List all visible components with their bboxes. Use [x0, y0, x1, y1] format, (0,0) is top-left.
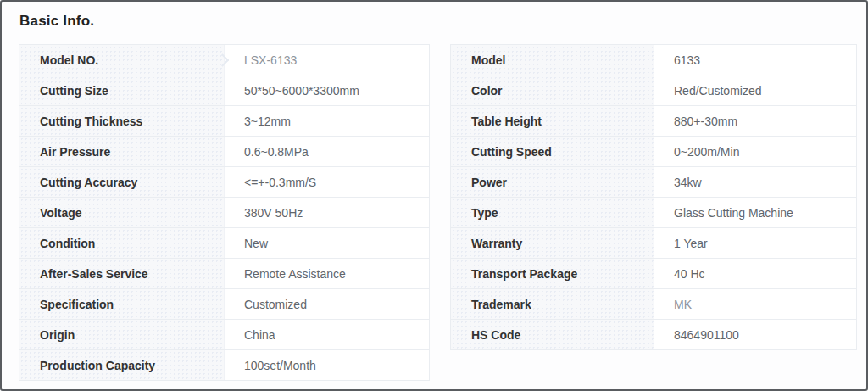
spec-value: Customized [225, 289, 429, 319]
basic-info-table-left: Model NO.LSX-6133Cutting Size50*50~6000*… [19, 44, 430, 381]
table-row: Warranty1 Year [451, 228, 856, 259]
spec-value: Glass Cutting Machine [654, 198, 856, 227]
spec-label: Trademark [451, 289, 654, 319]
spec-value: 0.6~0.8MPa [225, 137, 429, 166]
spec-value: 50*50~6000*3300mm [225, 75, 429, 105]
table-row: Cutting Speed0~200m/Min [451, 137, 856, 167]
table-row: Transport Package40 Hc [451, 259, 856, 289]
spec-value: 3~12mm [225, 106, 429, 136]
table-row: OriginChina [19, 320, 429, 350]
spec-value: <=+-0.3mm/S [225, 167, 429, 197]
table-row: Power34kw [451, 167, 856, 198]
spec-label: Origin [19, 320, 225, 349]
page-title: Basic Info. [2, 2, 866, 30]
spec-label: Warranty [451, 228, 654, 258]
spec-label: Model [451, 45, 654, 75]
table-row: TrademarkMK [451, 289, 856, 320]
spec-value: LSX-6133 [225, 45, 429, 75]
spec-value: 0~200m/Min [654, 137, 856, 166]
spec-value: 1 Year [654, 228, 856, 258]
spec-value: 8464901100 [654, 320, 856, 349]
spec-label: After-Sales Service [19, 259, 225, 288]
spec-label: Cutting Accuracy [19, 167, 225, 197]
spec-label: HS Code [451, 320, 654, 349]
spec-value: 40 Hc [654, 259, 856, 288]
spec-tables-container: Model NO.LSX-6133Cutting Size50*50~6000*… [19, 44, 866, 381]
table-row: Production Capacity100set/Month [19, 350, 429, 380]
table-row: Voltage380V 50Hz [19, 198, 429, 228]
spec-value: 380V 50Hz [225, 198, 429, 227]
spec-value: MK [654, 289, 856, 319]
spec-label: Power [451, 167, 654, 197]
table-row: Cutting Size50*50~6000*3300mm [19, 75, 429, 106]
spec-label: Cutting Size [19, 75, 225, 105]
spec-value: China [225, 320, 429, 349]
table-row: ConditionNew [19, 228, 429, 259]
table-row: Table Height880+-30mm [451, 106, 856, 137]
table-row: After-Sales ServiceRemote Assistance [19, 259, 429, 289]
table-row: Cutting Accuracy<=+-0.3mm/S [19, 167, 429, 198]
spec-label: Color [451, 75, 654, 105]
table-row: Model6133 [451, 45, 856, 75]
spec-label: Air Pressure [19, 137, 225, 166]
spec-label: Model NO. [19, 45, 225, 75]
basic-info-panel: Basic Info. Model NO.LSX-6133Cutting Siz… [0, 0, 868, 391]
table-row: Model NO.LSX-6133 [19, 45, 429, 75]
table-row: TypeGlass Cutting Machine [451, 198, 856, 228]
spec-value: 6133 [654, 45, 856, 75]
spec-value: New [225, 228, 429, 258]
table-row: HS Code8464901100 [451, 320, 856, 349]
basic-info-table-right: Model6133ColorRed/CustomizedTable Height… [450, 44, 857, 350]
spec-label: Voltage [19, 198, 225, 227]
spec-label: Production Capacity [19, 350, 225, 380]
table-row: Air Pressure0.6~0.8MPa [19, 137, 429, 167]
spec-label: Specification [19, 289, 225, 319]
spec-value: Red/Customized [654, 75, 856, 105]
spec-label: Cutting Thickness [19, 106, 225, 136]
spec-label: Type [451, 198, 654, 227]
spec-value: 100set/Month [225, 350, 429, 380]
table-row: SpecificationCustomized [19, 289, 429, 320]
spec-label: Condition [19, 228, 225, 258]
spec-value: 34kw [654, 167, 856, 197]
spec-label: Table Height [451, 106, 654, 136]
spec-value: Remote Assistance [225, 259, 429, 288]
table-row: Cutting Thickness3~12mm [19, 106, 429, 137]
spec-label: Cutting Speed [451, 137, 654, 166]
spec-value: 880+-30mm [654, 106, 856, 136]
spec-label: Transport Package [451, 259, 654, 288]
table-row: ColorRed/Customized [451, 75, 856, 106]
